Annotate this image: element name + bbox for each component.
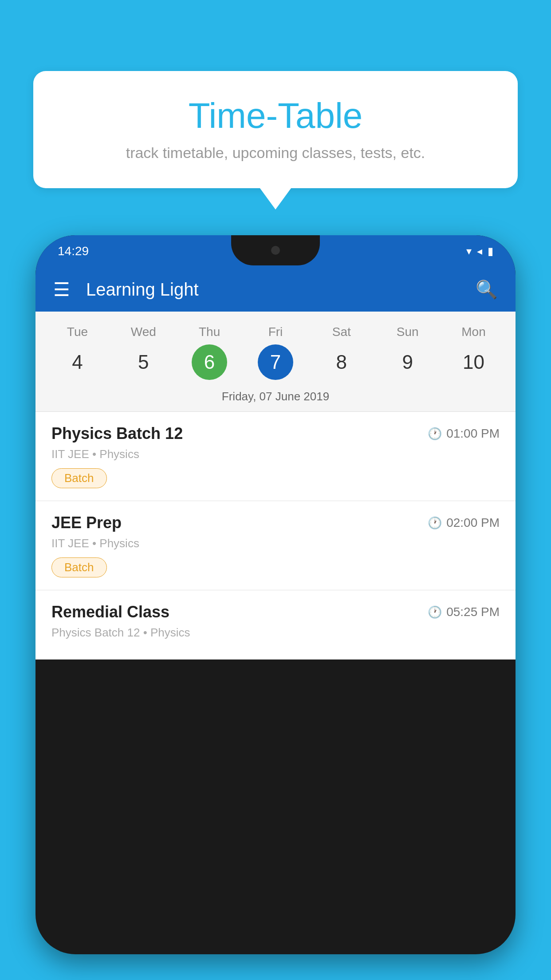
- schedule-list: Physics Batch 12🕐 01:00 PMIIT JEE • Phys…: [35, 412, 516, 660]
- calendar-strip: Tue4Wed5Thu6Fri7Sat8Sun9Mon10 Friday, 07…: [35, 312, 516, 412]
- signal-icon: ◂: [477, 245, 482, 257]
- speech-bubble: Time-Table track timetable, upcoming cla…: [33, 71, 518, 188]
- schedule-item-name: Physics Batch 12: [51, 424, 183, 443]
- day-number: 8: [324, 344, 359, 380]
- bubble-title: Time-Table: [60, 95, 491, 136]
- app-title: Learning Light: [86, 280, 476, 300]
- schedule-item-meta: Physics Batch 12 • Physics: [51, 626, 500, 640]
- schedule-item-time: 🕐 01:00 PM: [428, 427, 500, 441]
- batch-badge: Batch: [51, 468, 107, 488]
- schedule-item-header: Remedial Class🕐 05:25 PM: [51, 603, 500, 621]
- day-number: 6: [192, 344, 227, 380]
- day-number: 4: [59, 344, 95, 380]
- notch: [231, 235, 320, 265]
- schedule-item-meta: IIT JEE • Physics: [51, 537, 500, 550]
- day-name: Sun: [397, 325, 419, 339]
- day-column[interactable]: Tue4: [48, 325, 106, 380]
- schedule-item-time: 🕐 05:25 PM: [428, 605, 500, 619]
- day-name: Thu: [199, 325, 220, 339]
- days-row: Tue4Wed5Thu6Fri7Sat8Sun9Mon10: [35, 320, 516, 384]
- day-column[interactable]: Thu6: [181, 325, 238, 380]
- schedule-item-meta: IIT JEE • Physics: [51, 447, 500, 461]
- day-name: Wed: [131, 325, 156, 339]
- status-icons: ▾ ◂ ▮: [466, 245, 493, 257]
- selected-date-label: Friday, 07 June 2019: [35, 384, 516, 412]
- schedule-item-time: 🕐 02:00 PM: [428, 516, 500, 530]
- day-name: Tue: [67, 325, 88, 339]
- day-number: 7: [258, 344, 293, 380]
- day-column[interactable]: Mon10: [445, 325, 502, 380]
- day-column[interactable]: Sun9: [379, 325, 437, 380]
- day-column[interactable]: Sat8: [313, 325, 370, 380]
- bubble-subtitle: track timetable, upcoming classes, tests…: [60, 144, 491, 162]
- status-time: 14:29: [58, 244, 89, 258]
- schedule-item-header: Physics Batch 12🕐 01:00 PM: [51, 424, 500, 443]
- hamburger-menu-icon[interactable]: ☰: [53, 279, 70, 300]
- app-bar: ☰ Learning Light 🔍: [35, 267, 516, 312]
- schedule-item[interactable]: Remedial Class🕐 05:25 PMPhysics Batch 12…: [35, 590, 516, 660]
- batch-badge: Batch: [51, 557, 107, 577]
- clock-icon: 🕐: [428, 516, 442, 530]
- day-column[interactable]: Wed5: [114, 325, 172, 380]
- phone-frame: 14:29 ▾ ◂ ▮ ☰ Learning Light 🔍 Tue4Wed5T…: [35, 235, 516, 954]
- day-number: 10: [456, 344, 491, 380]
- camera: [271, 246, 280, 255]
- day-column[interactable]: Fri7: [247, 325, 304, 380]
- clock-icon: 🕐: [428, 605, 442, 619]
- schedule-item-name: Remedial Class: [51, 603, 169, 621]
- status-bar: 14:29 ▾ ◂ ▮: [35, 235, 516, 267]
- phone-mockup: 14:29 ▾ ◂ ▮ ☰ Learning Light 🔍 Tue4Wed5T…: [35, 235, 516, 980]
- schedule-item[interactable]: JEE Prep🕐 02:00 PMIIT JEE • PhysicsBatch: [35, 501, 516, 590]
- day-name: Mon: [461, 325, 485, 339]
- schedule-item-name: JEE Prep: [51, 514, 122, 532]
- day-name: Fri: [268, 325, 283, 339]
- day-number: 5: [126, 344, 161, 380]
- wifi-icon: ▾: [466, 245, 472, 257]
- clock-icon: 🕐: [428, 427, 442, 441]
- day-number: 9: [390, 344, 425, 380]
- search-icon[interactable]: 🔍: [476, 279, 498, 300]
- day-name: Sat: [332, 325, 351, 339]
- battery-icon: ▮: [488, 245, 493, 257]
- schedule-item-header: JEE Prep🕐 02:00 PM: [51, 514, 500, 532]
- schedule-item[interactable]: Physics Batch 12🕐 01:00 PMIIT JEE • Phys…: [35, 412, 516, 501]
- phone-content: Tue4Wed5Thu6Fri7Sat8Sun9Mon10 Friday, 07…: [35, 312, 516, 660]
